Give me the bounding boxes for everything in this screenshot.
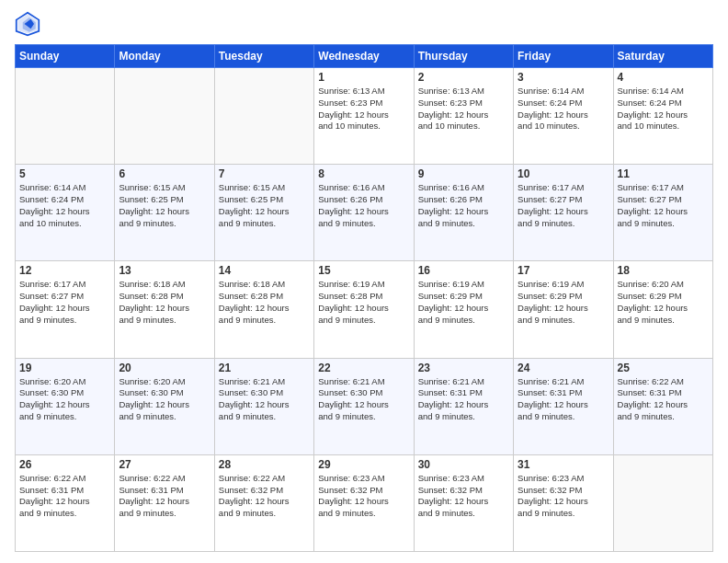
weekday-header-thursday: Thursday	[414, 45, 513, 68]
day-info: Sunrise: 6:13 AM Sunset: 6:23 PM Dayligh…	[318, 86, 409, 132]
week-row-5: 26Sunrise: 6:22 AM Sunset: 6:31 PM Dayli…	[16, 454, 713, 551]
day-number: 13	[119, 264, 210, 277]
day-info: Sunrise: 6:21 AM Sunset: 6:31 PM Dayligh…	[418, 376, 509, 423]
day-number: 25	[618, 362, 709, 374]
week-row-4: 19Sunrise: 6:20 AM Sunset: 6:30 PM Dayli…	[16, 358, 713, 454]
day-info: Sunrise: 6:20 AM Sunset: 6:30 PM Dayligh…	[119, 376, 210, 423]
calendar-cell: 15Sunrise: 6:19 AM Sunset: 6:28 PM Dayli…	[314, 261, 414, 358]
calendar-cell: 6Sunrise: 6:15 AM Sunset: 6:25 PM Daylig…	[115, 165, 214, 261]
calendar-cell: 20Sunrise: 6:20 AM Sunset: 6:30 PM Dayli…	[115, 358, 214, 454]
day-info: Sunrise: 6:20 AM Sunset: 6:29 PM Dayligh…	[618, 279, 709, 326]
calendar-cell: 23Sunrise: 6:21 AM Sunset: 6:31 PM Dayli…	[414, 358, 513, 454]
day-info: Sunrise: 6:20 AM Sunset: 6:30 PM Dayligh…	[19, 376, 110, 423]
calendar-cell: 2Sunrise: 6:13 AM Sunset: 6:23 PM Daylig…	[414, 68, 513, 165]
calendar-cell: 1Sunrise: 6:13 AM Sunset: 6:23 PM Daylig…	[314, 68, 414, 165]
day-number: 7	[219, 167, 310, 180]
calendar-cell: 29Sunrise: 6:23 AM Sunset: 6:32 PM Dayli…	[314, 454, 414, 551]
day-info: Sunrise: 6:19 AM Sunset: 6:29 PM Dayligh…	[418, 279, 509, 326]
calendar-cell: 11Sunrise: 6:17 AM Sunset: 6:27 PM Dayli…	[613, 165, 712, 261]
day-info: Sunrise: 6:13 AM Sunset: 6:23 PM Dayligh…	[418, 86, 509, 132]
calendar-cell: 16Sunrise: 6:19 AM Sunset: 6:29 PM Dayli…	[414, 261, 513, 358]
page: SundayMondayTuesdayWednesdayThursdayFrid…	[0, 0, 728, 563]
calendar-cell	[16, 68, 115, 165]
weekday-header-monday: Monday	[115, 45, 214, 68]
day-number: 26	[19, 458, 110, 471]
calendar-cell: 3Sunrise: 6:14 AM Sunset: 6:24 PM Daylig…	[514, 68, 613, 165]
day-number: 30	[418, 458, 509, 471]
day-info: Sunrise: 6:22 AM Sunset: 6:31 PM Dayligh…	[618, 376, 709, 423]
day-number: 29	[318, 458, 409, 471]
day-info: Sunrise: 6:22 AM Sunset: 6:31 PM Dayligh…	[19, 473, 110, 520]
weekday-header-tuesday: Tuesday	[214, 45, 313, 68]
day-info: Sunrise: 6:15 AM Sunset: 6:25 PM Dayligh…	[219, 182, 310, 229]
week-row-1: 1Sunrise: 6:13 AM Sunset: 6:23 PM Daylig…	[16, 68, 713, 165]
day-info: Sunrise: 6:22 AM Sunset: 6:31 PM Dayligh…	[119, 473, 210, 520]
calendar-cell: 21Sunrise: 6:21 AM Sunset: 6:30 PM Dayli…	[214, 358, 313, 454]
day-info: Sunrise: 6:14 AM Sunset: 6:24 PM Dayligh…	[19, 182, 110, 229]
calendar-cell: 12Sunrise: 6:17 AM Sunset: 6:27 PM Dayli…	[16, 261, 115, 358]
day-number: 8	[318, 167, 409, 180]
day-number: 23	[418, 362, 509, 374]
week-row-3: 12Sunrise: 6:17 AM Sunset: 6:27 PM Dayli…	[16, 261, 713, 358]
day-number: 2	[418, 71, 509, 84]
calendar-cell: 10Sunrise: 6:17 AM Sunset: 6:27 PM Dayli…	[514, 165, 613, 261]
day-info: Sunrise: 6:14 AM Sunset: 6:24 PM Dayligh…	[518, 86, 609, 132]
day-info: Sunrise: 6:21 AM Sunset: 6:30 PM Dayligh…	[219, 376, 310, 423]
calendar-cell	[214, 68, 313, 165]
day-info: Sunrise: 6:19 AM Sunset: 6:29 PM Dayligh…	[518, 279, 609, 326]
week-row-2: 5Sunrise: 6:14 AM Sunset: 6:24 PM Daylig…	[16, 165, 713, 261]
day-info: Sunrise: 6:17 AM Sunset: 6:27 PM Dayligh…	[19, 279, 110, 326]
day-number: 3	[518, 71, 609, 84]
weekday-header-friday: Friday	[514, 45, 613, 68]
calendar-cell: 4Sunrise: 6:14 AM Sunset: 6:24 PM Daylig…	[613, 68, 712, 165]
calendar-header: SundayMondayTuesdayWednesdayThursdayFrid…	[16, 45, 713, 68]
day-info: Sunrise: 6:17 AM Sunset: 6:27 PM Dayligh…	[618, 182, 709, 229]
calendar-cell: 14Sunrise: 6:18 AM Sunset: 6:28 PM Dayli…	[214, 261, 313, 358]
calendar-cell: 22Sunrise: 6:21 AM Sunset: 6:30 PM Dayli…	[314, 358, 414, 454]
weekday-row: SundayMondayTuesdayWednesdayThursdayFrid…	[16, 45, 713, 68]
day-number: 10	[518, 167, 609, 180]
calendar-cell: 27Sunrise: 6:22 AM Sunset: 6:31 PM Dayli…	[115, 454, 214, 551]
calendar-cell: 30Sunrise: 6:23 AM Sunset: 6:32 PM Dayli…	[414, 454, 513, 551]
day-number: 14	[219, 264, 310, 277]
day-number: 16	[418, 264, 509, 277]
logo-icon	[15, 11, 40, 37]
day-number: 22	[318, 362, 409, 374]
day-number: 11	[618, 167, 709, 180]
day-info: Sunrise: 6:17 AM Sunset: 6:27 PM Dayligh…	[518, 182, 609, 229]
calendar-cell: 8Sunrise: 6:16 AM Sunset: 6:26 PM Daylig…	[314, 165, 414, 261]
calendar-cell: 17Sunrise: 6:19 AM Sunset: 6:29 PM Dayli…	[514, 261, 613, 358]
day-number: 28	[219, 458, 310, 471]
day-number: 5	[19, 167, 110, 180]
day-number: 1	[318, 71, 409, 84]
calendar-cell: 24Sunrise: 6:21 AM Sunset: 6:31 PM Dayli…	[514, 358, 613, 454]
weekday-header-wednesday: Wednesday	[314, 45, 414, 68]
day-number: 19	[19, 362, 110, 374]
day-number: 27	[119, 458, 210, 471]
weekday-header-saturday: Saturday	[613, 45, 712, 68]
day-info: Sunrise: 6:18 AM Sunset: 6:28 PM Dayligh…	[119, 279, 210, 326]
day-number: 21	[219, 362, 310, 374]
day-number: 18	[618, 264, 709, 277]
day-info: Sunrise: 6:19 AM Sunset: 6:28 PM Dayligh…	[318, 279, 409, 326]
calendar-body: 1Sunrise: 6:13 AM Sunset: 6:23 PM Daylig…	[16, 68, 713, 552]
calendar-cell: 19Sunrise: 6:20 AM Sunset: 6:30 PM Dayli…	[16, 358, 115, 454]
header	[15, 11, 713, 37]
day-number: 12	[19, 264, 110, 277]
day-number: 31	[518, 458, 609, 471]
calendar-cell: 9Sunrise: 6:16 AM Sunset: 6:26 PM Daylig…	[414, 165, 513, 261]
calendar-cell: 7Sunrise: 6:15 AM Sunset: 6:25 PM Daylig…	[214, 165, 313, 261]
calendar-cell: 26Sunrise: 6:22 AM Sunset: 6:31 PM Dayli…	[16, 454, 115, 551]
day-info: Sunrise: 6:16 AM Sunset: 6:26 PM Dayligh…	[318, 182, 409, 229]
day-info: Sunrise: 6:23 AM Sunset: 6:32 PM Dayligh…	[318, 473, 409, 520]
day-info: Sunrise: 6:21 AM Sunset: 6:31 PM Dayligh…	[518, 376, 609, 423]
day-number: 15	[318, 264, 409, 277]
day-info: Sunrise: 6:14 AM Sunset: 6:24 PM Dayligh…	[618, 86, 709, 132]
calendar-table: SundayMondayTuesdayWednesdayThursdayFrid…	[15, 44, 713, 552]
day-info: Sunrise: 6:23 AM Sunset: 6:32 PM Dayligh…	[518, 473, 609, 520]
day-info: Sunrise: 6:18 AM Sunset: 6:28 PM Dayligh…	[219, 279, 310, 326]
calendar-cell: 28Sunrise: 6:22 AM Sunset: 6:32 PM Dayli…	[214, 454, 313, 551]
calendar-cell: 13Sunrise: 6:18 AM Sunset: 6:28 PM Dayli…	[115, 261, 214, 358]
day-info: Sunrise: 6:21 AM Sunset: 6:30 PM Dayligh…	[318, 376, 409, 423]
calendar-cell	[613, 454, 712, 551]
